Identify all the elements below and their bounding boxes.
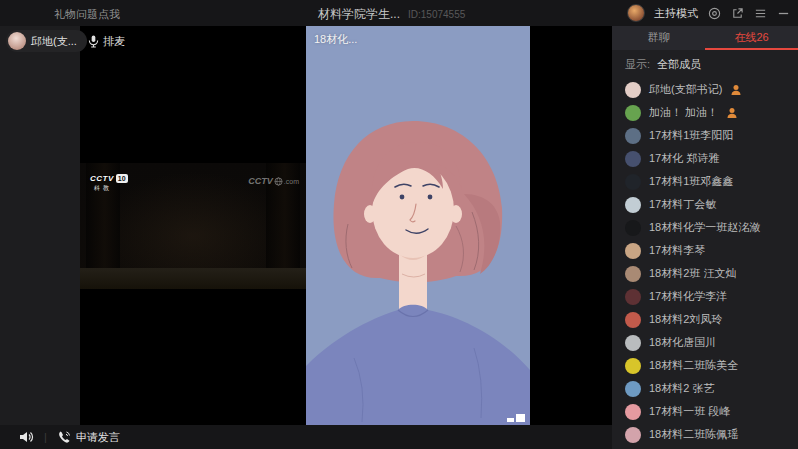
member-row[interactable]: 18材化唐国川 xyxy=(612,331,798,354)
host-mode-button[interactable]: 主持模式 xyxy=(654,6,698,21)
record-icon[interactable] xyxy=(707,6,721,20)
topbar-right: 主持模式 xyxy=(627,0,790,26)
member-avatar xyxy=(625,197,641,213)
member-avatar xyxy=(625,105,641,121)
sidebar-tabs: 群聊 在线26 xyxy=(612,26,798,50)
member-name: 邱地(支部书记) xyxy=(649,82,722,97)
member-row[interactable]: 17材料李琴 xyxy=(612,239,798,262)
signal-strength-icon xyxy=(507,414,525,422)
member-avatar xyxy=(625,174,641,190)
member-name: 17材料化学李洋 xyxy=(649,289,727,304)
member-name: 17材料1班邓鑫鑫 xyxy=(649,174,733,189)
member-avatar xyxy=(625,335,641,351)
watermark-domain: .com xyxy=(284,178,299,185)
speaker-avatar xyxy=(8,32,26,50)
room-title: 材料学院学生... xyxy=(318,6,400,23)
watermark-brand: CCTV xyxy=(248,176,273,186)
member-name: 加油！ 加油！ xyxy=(649,105,718,120)
member-avatar xyxy=(625,266,641,282)
gift-question-link[interactable]: 礼物问题点我 xyxy=(54,7,120,22)
microphone-icon xyxy=(88,35,99,48)
cctv-video-frame: CCTV 10 科教 CCTV .com xyxy=(80,163,306,289)
cctv-channel-subtitle: 科教 xyxy=(94,184,128,193)
tab-online-members[interactable]: 在线26 xyxy=(705,26,798,50)
member-row[interactable]: 加油！ 加油！ xyxy=(612,101,798,124)
member-row[interactable]: 17材料1班邓鑫鑫 xyxy=(612,170,798,193)
member-name: 18材料二班陈佩瑶 xyxy=(649,427,738,442)
member-name: 17材料李琴 xyxy=(649,243,705,258)
stage-left-panel xyxy=(0,26,80,425)
mic-queue-label: 排麦 xyxy=(103,34,125,49)
member-row[interactable]: 17材化 郑诗雅 xyxy=(612,147,798,170)
share-icon[interactable] xyxy=(730,6,744,20)
member-avatar xyxy=(625,381,641,397)
member-row[interactable]: 18材料2刘凤玲 xyxy=(612,308,798,331)
member-avatar xyxy=(625,289,641,305)
member-row[interactable]: 17材料丁会敏 xyxy=(612,193,798,216)
member-name: 18材料2班 汪文灿 xyxy=(649,266,736,281)
member-name: 17材料丁会敏 xyxy=(649,197,716,212)
member-name: 18材料化学一班赵洺潋 xyxy=(649,220,760,235)
member-name: 18材化唐国川 xyxy=(649,335,716,350)
globe-icon xyxy=(274,177,283,186)
member-name: 17材料1班李阳阳 xyxy=(649,128,733,143)
room-title-group: 材料学院学生... ID:15074555 xyxy=(318,6,465,23)
member-row[interactable]: 邱地(支部书记) xyxy=(612,78,798,101)
member-row[interactable]: 18材料二班陈佩瑶 xyxy=(612,423,798,446)
student-video-label: 18材化... xyxy=(314,32,357,47)
filter-value-dropdown[interactable]: 全部成员 xyxy=(657,57,701,72)
woman-illustration xyxy=(306,26,530,425)
member-avatar xyxy=(625,151,641,167)
live-classroom-app: 礼物问题点我 材料学院学生... ID:15074555 主持模式 xyxy=(0,0,798,449)
room-id: ID:15074555 xyxy=(408,9,465,20)
cctv-channel-logo: CCTV 10 科教 xyxy=(90,174,128,193)
member-row[interactable]: 18材料2班 汪文灿 xyxy=(612,262,798,285)
member-row[interactable]: 17材料1班李阳阳 xyxy=(612,124,798,147)
member-avatar xyxy=(625,358,641,374)
speaker-volume-icon[interactable] xyxy=(18,429,34,445)
request-speak-button[interactable]: 申请发言 xyxy=(57,430,120,445)
member-filter-row: 显示: 全部成员 xyxy=(612,50,798,78)
tab-group-chat[interactable]: 群聊 xyxy=(612,26,705,50)
menu-icon[interactable] xyxy=(753,6,767,20)
speaker-name: 邱地(支... xyxy=(31,34,77,49)
cctv-channel-number: 10 xyxy=(116,174,128,183)
member-name: 17材料一班 段峰 xyxy=(649,404,730,419)
current-speaker-pill[interactable]: 邱地(支... xyxy=(6,30,87,52)
host-avatar[interactable] xyxy=(627,4,645,22)
member-name: 18材料二班陈美全 xyxy=(649,358,738,373)
member-avatar xyxy=(625,312,641,328)
member-avatar xyxy=(625,128,641,144)
member-row[interactable]: 17材料化学李洋 xyxy=(612,285,798,308)
member-name: 18材料2 张艺 xyxy=(649,381,714,396)
member-list: 邱地(支部书记) 加油！ 加油！ 17材料1班李阳阳 17材化 郑诗雅 17材料… xyxy=(612,78,798,449)
bottombar: | 申请发言 xyxy=(0,425,612,449)
member-avatar xyxy=(625,243,641,259)
member-name: 18材料2刘凤玲 xyxy=(649,312,722,327)
member-row[interactable]: 18材料二班陈美全 xyxy=(612,354,798,377)
bottombar-divider: | xyxy=(44,431,47,443)
filter-label: 显示: xyxy=(625,57,650,72)
video-stage: 邱地(支... 排麦 CCTV 10 科教 xyxy=(0,26,612,425)
member-name: 17材化 郑诗雅 xyxy=(649,151,719,166)
sidebar: 群聊 在线26 显示: 全部成员 邱地(支部书记) 加油！ 加油！ xyxy=(612,26,798,449)
member-badge-icon xyxy=(730,84,742,96)
member-avatar xyxy=(625,82,641,98)
cctv-brand-text: CCTV xyxy=(90,174,114,183)
member-avatar xyxy=(625,427,641,443)
mic-queue-button[interactable]: 排麦 xyxy=(88,34,125,49)
member-row[interactable]: 18材料2 张艺 xyxy=(612,377,798,400)
member-row[interactable]: 17材料一班 段峰 xyxy=(612,400,798,423)
member-row[interactable]: 18材料化学一班赵洺潋 xyxy=(612,216,798,239)
request-speak-label: 申请发言 xyxy=(76,430,120,445)
topbar: 礼物问题点我 材料学院学生... ID:15074555 主持模式 xyxy=(0,0,798,26)
screen-share-video-cell[interactable]: CCTV 10 科教 CCTV .com xyxy=(80,26,306,425)
minimize-icon[interactable] xyxy=(776,6,790,20)
stage-floor xyxy=(80,268,306,289)
raise-hand-phone-icon xyxy=(57,430,71,444)
member-badge-icon xyxy=(726,107,738,119)
member-avatar xyxy=(625,404,641,420)
cctv-watermark: CCTV .com xyxy=(248,176,299,186)
member-avatar xyxy=(625,220,641,236)
student-video-cell[interactable]: 18材化... xyxy=(306,26,530,425)
